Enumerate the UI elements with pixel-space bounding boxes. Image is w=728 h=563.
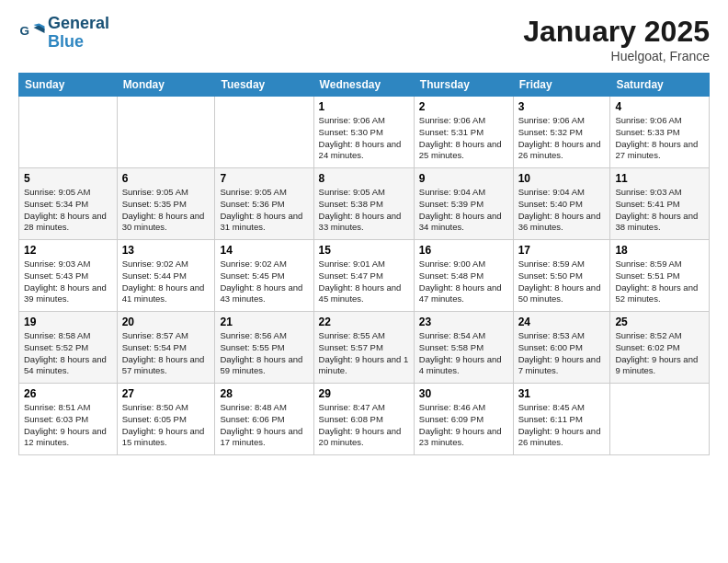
day-info: Sunrise: 8:54 AM Sunset: 5:58 PM Dayligh…	[419, 330, 508, 377]
calendar-table: Sunday Monday Tuesday Wednesday Thursday…	[18, 73, 710, 455]
day-number: 9	[419, 172, 508, 185]
location: Huelgoat, France	[523, 49, 710, 63]
calendar-cell: 12 Sunrise: 9:03 AM Sunset: 5:43 PM Dayl…	[19, 240, 118, 312]
calendar-cell: 19 Sunrise: 8:58 AM Sunset: 5:52 PM Dayl…	[19, 312, 118, 384]
calendar-week-1: 1 Sunrise: 9:06 AM Sunset: 5:30 PM Dayli…	[19, 97, 710, 168]
calendar-cell: 29 Sunrise: 8:47 AM Sunset: 6:08 PM Dayl…	[313, 384, 414, 455]
logo-icon: G	[18, 19, 46, 47]
day-info: Sunrise: 8:48 AM Sunset: 6:06 PM Dayligh…	[220, 402, 308, 449]
svg-text:G: G	[20, 23, 30, 37]
day-number: 25	[615, 316, 704, 328]
calendar-cell	[117, 97, 215, 168]
day-number: 5	[24, 172, 112, 185]
calendar-cell: 6 Sunrise: 9:05 AM Sunset: 5:35 PM Dayli…	[117, 168, 215, 240]
day-info: Sunrise: 9:03 AM Sunset: 5:43 PM Dayligh…	[24, 259, 112, 305]
calendar-header-row: Sunday Monday Tuesday Wednesday Thursday…	[19, 74, 710, 97]
calendar-cell: 20 Sunrise: 8:57 AM Sunset: 5:54 PM Dayl…	[117, 312, 215, 384]
day-number: 8	[319, 172, 409, 185]
calendar-week-2: 5 Sunrise: 9:05 AM Sunset: 5:34 PM Dayli…	[19, 168, 710, 240]
day-info: Sunrise: 9:06 AM Sunset: 5:31 PM Dayligh…	[419, 115, 508, 162]
col-tuesday: Tuesday	[215, 74, 313, 97]
calendar-cell: 25 Sunrise: 8:52 AM Sunset: 6:02 PM Dayl…	[610, 312, 710, 384]
day-number: 1	[319, 100, 409, 113]
day-number: 27	[122, 387, 210, 400]
calendar-cell: 10 Sunrise: 9:04 AM Sunset: 5:40 PM Dayl…	[513, 168, 610, 240]
day-number: 20	[122, 316, 210, 328]
day-info: Sunrise: 9:03 AM Sunset: 5:41 PM Dayligh…	[615, 187, 704, 234]
title-block: January 2025 Huelgoat, France	[523, 15, 710, 63]
day-info: Sunrise: 9:06 AM Sunset: 5:30 PM Dayligh…	[319, 115, 409, 162]
calendar-cell: 23 Sunrise: 8:54 AM Sunset: 5:58 PM Dayl…	[414, 312, 513, 384]
calendar-cell: 11 Sunrise: 9:03 AM Sunset: 5:41 PM Dayl…	[610, 168, 710, 240]
day-info: Sunrise: 8:58 AM Sunset: 5:52 PM Dayligh…	[24, 330, 112, 377]
day-number: 18	[615, 244, 704, 257]
day-number: 7	[220, 172, 308, 185]
day-number: 19	[24, 316, 112, 328]
day-number: 14	[220, 244, 308, 257]
page: G General Blue January 2025 Huelgoat, Fr…	[0, 0, 728, 465]
day-info: Sunrise: 9:04 AM Sunset: 5:40 PM Dayligh…	[518, 187, 606, 234]
day-number: 29	[319, 387, 409, 400]
logo-general: General	[48, 15, 109, 33]
calendar-cell: 28 Sunrise: 8:48 AM Sunset: 6:06 PM Dayl…	[215, 384, 313, 455]
calendar-cell: 26 Sunrise: 8:51 AM Sunset: 6:03 PM Dayl…	[19, 384, 118, 455]
calendar-cell: 5 Sunrise: 9:05 AM Sunset: 5:34 PM Dayli…	[19, 168, 118, 240]
day-info: Sunrise: 8:47 AM Sunset: 6:08 PM Dayligh…	[319, 402, 409, 449]
day-number: 17	[518, 244, 606, 257]
day-info: Sunrise: 8:52 AM Sunset: 6:02 PM Dayligh…	[615, 330, 704, 377]
calendar-cell: 4 Sunrise: 9:06 AM Sunset: 5:33 PM Dayli…	[610, 97, 710, 168]
day-info: Sunrise: 9:02 AM Sunset: 5:44 PM Dayligh…	[122, 259, 210, 305]
calendar-cell: 3 Sunrise: 9:06 AM Sunset: 5:32 PM Dayli…	[513, 97, 610, 168]
day-info: Sunrise: 8:59 AM Sunset: 5:50 PM Dayligh…	[518, 259, 606, 305]
calendar-cell: 9 Sunrise: 9:04 AM Sunset: 5:39 PM Dayli…	[414, 168, 513, 240]
day-info: Sunrise: 9:00 AM Sunset: 5:48 PM Dayligh…	[419, 259, 508, 305]
day-info: Sunrise: 8:59 AM Sunset: 5:51 PM Dayligh…	[615, 259, 704, 305]
day-info: Sunrise: 9:02 AM Sunset: 5:45 PM Dayligh…	[220, 259, 308, 305]
day-number: 23	[419, 316, 508, 328]
day-info: Sunrise: 8:57 AM Sunset: 5:54 PM Dayligh…	[122, 330, 210, 377]
calendar-cell: 17 Sunrise: 8:59 AM Sunset: 5:50 PM Dayl…	[513, 240, 610, 312]
col-sunday: Sunday	[19, 74, 118, 97]
calendar-cell: 21 Sunrise: 8:56 AM Sunset: 5:55 PM Dayl…	[215, 312, 313, 384]
col-thursday: Thursday	[414, 74, 513, 97]
day-info: Sunrise: 9:05 AM Sunset: 5:36 PM Dayligh…	[220, 187, 308, 234]
calendar-cell: 14 Sunrise: 9:02 AM Sunset: 5:45 PM Dayl…	[215, 240, 313, 312]
calendar-cell: 22 Sunrise: 8:55 AM Sunset: 5:57 PM Dayl…	[313, 312, 414, 384]
day-number: 6	[122, 172, 210, 185]
day-number: 13	[122, 244, 210, 257]
calendar-cell: 7 Sunrise: 9:05 AM Sunset: 5:36 PM Dayli…	[215, 168, 313, 240]
logo-blue: Blue	[48, 33, 109, 52]
day-info: Sunrise: 9:05 AM Sunset: 5:38 PM Dayligh…	[319, 187, 409, 234]
day-info: Sunrise: 8:51 AM Sunset: 6:03 PM Dayligh…	[24, 402, 112, 449]
day-number: 24	[518, 316, 606, 328]
day-number: 21	[220, 316, 308, 328]
day-info: Sunrise: 9:06 AM Sunset: 5:33 PM Dayligh…	[615, 115, 704, 162]
calendar-cell: 2 Sunrise: 9:06 AM Sunset: 5:31 PM Dayli…	[414, 97, 513, 168]
day-number: 30	[419, 387, 508, 400]
col-monday: Monday	[117, 74, 215, 97]
day-info: Sunrise: 8:53 AM Sunset: 6:00 PM Dayligh…	[518, 330, 606, 377]
day-info: Sunrise: 8:50 AM Sunset: 6:05 PM Dayligh…	[122, 402, 210, 449]
day-number: 31	[518, 387, 606, 400]
calendar-week-4: 19 Sunrise: 8:58 AM Sunset: 5:52 PM Dayl…	[19, 312, 710, 384]
day-number: 15	[319, 244, 409, 257]
calendar-cell: 16 Sunrise: 9:00 AM Sunset: 5:48 PM Dayl…	[414, 240, 513, 312]
day-info: Sunrise: 9:04 AM Sunset: 5:39 PM Dayligh…	[419, 187, 508, 234]
col-friday: Friday	[513, 74, 610, 97]
calendar-week-3: 12 Sunrise: 9:03 AM Sunset: 5:43 PM Dayl…	[19, 240, 710, 312]
calendar-cell: 13 Sunrise: 9:02 AM Sunset: 5:44 PM Dayl…	[117, 240, 215, 312]
col-wednesday: Wednesday	[313, 74, 414, 97]
calendar-cell: 30 Sunrise: 8:46 AM Sunset: 6:09 PM Dayl…	[414, 384, 513, 455]
day-info: Sunrise: 9:06 AM Sunset: 5:32 PM Dayligh…	[518, 115, 606, 162]
calendar-cell	[610, 384, 710, 455]
header: G General Blue January 2025 Huelgoat, Fr…	[18, 15, 710, 63]
calendar-cell	[19, 97, 118, 168]
calendar-week-5: 26 Sunrise: 8:51 AM Sunset: 6:03 PM Dayl…	[19, 384, 710, 455]
day-info: Sunrise: 8:46 AM Sunset: 6:09 PM Dayligh…	[419, 402, 508, 449]
day-number: 12	[24, 244, 112, 257]
day-number: 11	[615, 172, 704, 185]
day-info: Sunrise: 8:56 AM Sunset: 5:55 PM Dayligh…	[220, 330, 308, 377]
day-info: Sunrise: 9:01 AM Sunset: 5:47 PM Dayligh…	[319, 259, 409, 305]
calendar-cell: 1 Sunrise: 9:06 AM Sunset: 5:30 PM Dayli…	[313, 97, 414, 168]
logo: G General Blue	[18, 15, 109, 52]
